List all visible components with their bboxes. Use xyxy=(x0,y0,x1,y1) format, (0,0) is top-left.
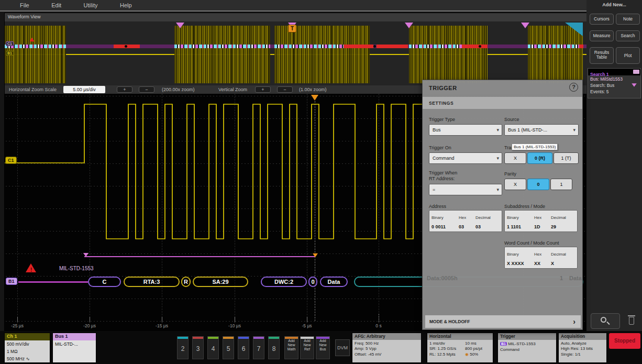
tab-settings[interactable]: SETTINGS xyxy=(429,101,453,106)
trigger-position-marker[interactable]: T xyxy=(288,25,296,32)
col-header: Binary xyxy=(431,215,459,220)
acq-single: Single: 1/1 xyxy=(559,352,606,357)
address-table[interactable]: BinaryHexDecimal 0 00110303 xyxy=(429,210,502,232)
add-new-ref-button[interactable]: Add New Ref xyxy=(300,336,314,359)
trigger-on-label: Trigger On xyxy=(429,145,451,150)
add-new-math-label: Add New Math xyxy=(287,339,296,351)
trash-button[interactable] xyxy=(624,313,639,329)
zoom-mode-button[interactable] xyxy=(591,313,620,329)
subaddress-table[interactable]: BinaryHexDecimal 1 11011D29 xyxy=(504,210,578,232)
trigger-type-dropdown[interactable]: Bus ▾ xyxy=(429,124,502,136)
mode-holdoff-bar[interactable]: MODE & HOLDOFF › xyxy=(425,315,581,328)
dvm-button[interactable]: DVM xyxy=(335,339,350,356)
ch1-position-marker[interactable]: C1 xyxy=(5,157,17,164)
channel-7-button[interactable]: 7 xyxy=(253,336,264,359)
h-scale: 1 ms/div xyxy=(429,341,465,346)
ch1-bw-value: 500 MHz xyxy=(7,356,25,361)
horizontal-badge[interactable]: Horizontal 1 ms/div10 ms SR: 1.25 GS/s80… xyxy=(427,333,493,363)
transmit-option-0r[interactable]: 0 (R) xyxy=(527,152,552,164)
h-zoom-out-button[interactable]: − xyxy=(139,86,154,93)
decode-box-command[interactable]: C xyxy=(88,277,121,287)
zoom-corner-handle-icon[interactable] xyxy=(565,23,583,36)
channel-2-button[interactable]: 2 xyxy=(177,336,189,359)
plot-button[interactable]: Plot xyxy=(616,47,640,64)
decode-error-segment xyxy=(344,45,373,48)
waveform-view-tab[interactable]: Waveform View xyxy=(5,13,587,21)
decode-box-dwc[interactable]: DWC:2 xyxy=(261,277,307,287)
h-zoom-in-button[interactable]: + xyxy=(117,86,132,93)
search1-title: Search 1 xyxy=(588,71,608,77)
col-header: Decimal xyxy=(475,215,491,220)
decode-error-segment xyxy=(579,45,583,48)
decode-box-parity[interactable]: 0 xyxy=(308,277,317,287)
v-zoom-out-button[interactable]: − xyxy=(277,86,293,93)
decode-box-data[interactable]: Data xyxy=(320,277,348,287)
col-header: Decimal xyxy=(551,252,566,257)
trigger-marker-icon[interactable] xyxy=(311,95,318,101)
decode-box-r[interactable]: R xyxy=(181,277,191,287)
trigger-when-label: Trigger When xyxy=(429,170,457,175)
waveform-overview[interactable]: T C1 B1 xyxy=(5,21,587,85)
search-mark-icon xyxy=(632,83,637,87)
menu-edit[interactable]: Edit xyxy=(51,0,61,8)
add-new-math-button[interactable]: Add New Math xyxy=(284,336,298,359)
channel-5-button[interactable]: 5 xyxy=(223,336,234,359)
add-new-bus-label: Add New Bus xyxy=(319,339,326,351)
channel-8-button[interactable]: 8 xyxy=(268,336,280,359)
afg-badge[interactable]: AFG: Arbitrary Freq: 500 Hz Amp: 5 Vpp O… xyxy=(352,333,422,363)
rt-address-dropdown[interactable]: = ▾ xyxy=(429,184,502,195)
acquisition-badge[interactable]: Acquisition Auto, Analyze High Res: 13 b… xyxy=(558,333,607,363)
decode-box-rta[interactable]: RTA:3 xyxy=(124,277,180,287)
menu-utility[interactable]: Utility xyxy=(84,0,98,8)
results-table-button[interactable]: Results Table xyxy=(590,47,614,64)
decode-gap-dot xyxy=(125,45,127,48)
search-mark-icon[interactable] xyxy=(176,23,184,28)
channel-color-stripe xyxy=(178,337,188,339)
h-zoom-scale-value[interactable]: 5.00 µs/div xyxy=(63,86,105,93)
channel-4-button[interactable]: 4 xyxy=(207,336,219,359)
note-button[interactable]: Note xyxy=(616,14,640,25)
bus1-badge-bottom[interactable]: Bus 1 MIL-STD-... xyxy=(52,333,96,363)
col-header: Binary xyxy=(507,252,534,257)
source-tooltip: Bus 1 (MIL-STD-1553) xyxy=(512,144,558,150)
h-record-length: RL: 12.5 Mpts xyxy=(429,352,465,357)
channel-6-button[interactable]: 6 xyxy=(238,336,249,359)
channel-3-button[interactable]: 3 xyxy=(192,336,204,359)
search-mark-icon[interactable] xyxy=(405,23,413,28)
trigger-badge[interactable]: Trigger B1 MIL-STD-1553 Command xyxy=(497,333,557,363)
help-icon[interactable]: ? xyxy=(569,83,578,92)
menu-file[interactable]: File xyxy=(20,0,29,8)
cell-value: 03 xyxy=(475,224,481,229)
position-indicator-icon: ◉ xyxy=(465,352,469,357)
search-mark-icon[interactable] xyxy=(521,23,529,28)
trigger-on-dropdown[interactable]: Command ▾ xyxy=(429,152,502,164)
transmit-option-x[interactable]: X xyxy=(504,152,526,164)
cell-value: X xyxy=(551,261,554,266)
v-zoom-in-button[interactable]: + xyxy=(255,86,271,93)
stopped-button[interactable]: Stopped xyxy=(609,333,640,349)
bus-trace-line xyxy=(18,281,88,283)
parity-option-1[interactable]: 1 xyxy=(550,179,572,190)
source-dropdown[interactable]: Bus 1 (MIL-STD-... ▾ xyxy=(504,124,579,136)
warning-bang: ! xyxy=(30,267,32,273)
decode-box-sa[interactable]: SA:29 xyxy=(193,277,248,287)
cell-value: XX xyxy=(534,261,551,266)
transmit-option-1t[interactable]: 1 (T) xyxy=(554,152,579,164)
search-button[interactable]: Search xyxy=(616,30,640,41)
settings-tab-strip: SETTINGS xyxy=(423,97,582,109)
menu-help[interactable]: Help xyxy=(120,0,132,8)
search1-bus-row: Bus: MilStd1553 xyxy=(588,76,640,82)
cursors-button[interactable]: Cursors xyxy=(590,14,614,25)
trigger-title: Trigger xyxy=(498,333,556,340)
measure-button[interactable]: Measure xyxy=(590,30,614,41)
word-count-table[interactable]: BinaryHexDecimal X XXXXXXX xyxy=(504,247,578,269)
parity-option-x[interactable]: X xyxy=(504,179,526,190)
search1-events-row: Events: 5 xyxy=(588,89,640,94)
search1-badge[interactable]: Search 1 Bus: MilStd1553 Search: Bus Eve… xyxy=(588,68,641,98)
parity-option-0[interactable]: 0 xyxy=(527,179,549,190)
ghost-data-label: Data:0005h xyxy=(427,275,458,281)
add-new-bus-button[interactable]: Add New Bus xyxy=(316,336,330,359)
ch1-badge[interactable]: Ch 1 500 mV/div 1 MΩ 500 MHz ∿ xyxy=(4,333,50,363)
ch1-badge-title: Ch 1 xyxy=(5,333,50,340)
bus1-badge[interactable]: B1 xyxy=(6,278,17,285)
